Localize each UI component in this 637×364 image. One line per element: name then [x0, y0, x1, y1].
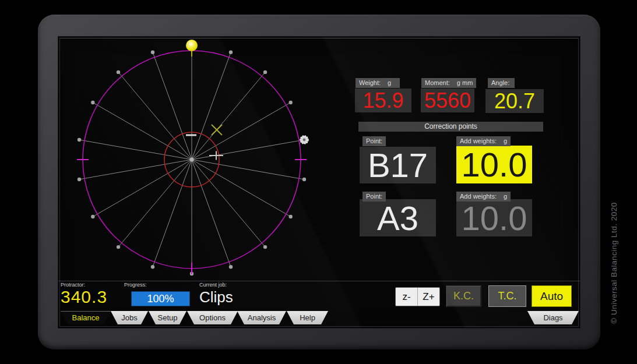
add-weights-2-label-text: Add weights:: [460, 192, 497, 202]
weight-value: 15.9: [355, 89, 411, 112]
tab-help[interactable]: Help: [287, 311, 328, 324]
correction-points-header: Correction points: [358, 122, 543, 132]
yellow-position-marker: [186, 40, 198, 56]
spoke-dot: [117, 245, 120, 249]
tab-setup[interactable]: Setup: [149, 311, 186, 324]
spoke-dot: [302, 178, 306, 181]
add-weights-1-value[interactable]: 10.0: [456, 146, 532, 183]
tab-diags[interactable]: Diags: [527, 311, 579, 324]
spoke-dot: [289, 101, 293, 104]
spoke-dot: [117, 70, 120, 74]
weight-label-text: Weight:: [359, 78, 381, 88]
weight-unit: g: [388, 78, 391, 88]
point-1-label-text: Point:: [366, 136, 382, 146]
angle-label-text: Angle:: [491, 78, 509, 88]
spoke-dot: [91, 215, 94, 218]
tab-balance[interactable]: Balance: [61, 311, 111, 324]
add-weights-1-unit: g: [504, 136, 507, 146]
z-button-group: z- Z+: [395, 287, 440, 306]
spoke-dot: [289, 215, 293, 218]
progress-label: Progress:: [124, 282, 147, 288]
plus-symbol: [209, 151, 223, 160]
copyright-label: © Universal Balancing Ltd. 2020: [610, 164, 618, 362]
kc-button[interactable]: K.C.: [446, 285, 481, 307]
point-1-label: Point:: [363, 136, 386, 146]
z-minus-button[interactable]: z-: [396, 288, 418, 306]
spoke-dot: [151, 51, 154, 54]
protractor-value: 340.3: [61, 287, 107, 307]
z-plus-button[interactable]: Z+: [418, 288, 439, 306]
angle-value: 20.7: [485, 89, 544, 113]
moment-value: 5560: [421, 89, 474, 112]
auto-button[interactable]: Auto: [532, 285, 572, 307]
add-weights-1-label: Add weights:g: [456, 136, 511, 146]
weight-label: Weight:g: [356, 78, 400, 88]
progress-value: 100%: [147, 293, 174, 305]
moment-unit: g mm: [457, 78, 473, 88]
add-weights-2-value[interactable]: 10.0: [456, 199, 532, 236]
spoke-dot: [263, 245, 267, 249]
spoke-dot: [263, 70, 267, 74]
spoke-dot: [229, 265, 233, 268]
point-2-label-text: Point:: [366, 192, 382, 202]
add-weights-2-unit: g: [504, 192, 507, 202]
spoke-dot: [151, 265, 154, 268]
angle-label: Angle:: [488, 78, 515, 88]
protractor-wheel: [58, 37, 385, 281]
wheel-center-hub: [190, 158, 194, 162]
add-weights-2-label: Add weights:g: [456, 192, 511, 202]
tab-jobs[interactable]: Jobs: [111, 311, 148, 324]
moment-label-text: Moment:: [425, 78, 450, 88]
tab-analysis[interactable]: Analysis: [237, 311, 286, 324]
spoke-dot: [91, 101, 94, 104]
moment-label: Moment:g mm: [421, 78, 476, 88]
gear-marker: [300, 136, 308, 144]
minus-symbol: [186, 135, 196, 136]
add-weights-1-label-text: Add weights:: [460, 136, 497, 146]
statusbar-divider: [58, 281, 580, 281]
spoke-dot: [78, 178, 81, 181]
current-job-label: Current job:: [199, 282, 227, 288]
tab-options[interactable]: Options: [187, 311, 238, 324]
spoke-dot: [78, 138, 81, 142]
point-2-label: Point:: [363, 192, 386, 202]
current-job-value: Clips: [199, 288, 233, 306]
spoke-dot: [229, 51, 233, 54]
point-1-value: B17: [360, 147, 436, 183]
cross-symbol: [212, 125, 222, 135]
point-2-value: A3: [360, 199, 436, 236]
monitor-bezel: Weight:g 15.9 Moment:g mm 5560 Angle: 20…: [38, 15, 600, 349]
tc-button[interactable]: T.C.: [488, 285, 526, 307]
progress-bar: 100%: [131, 291, 190, 306]
screen: Weight:g 15.9 Moment:g mm 5560 Angle: 20…: [58, 37, 580, 328]
